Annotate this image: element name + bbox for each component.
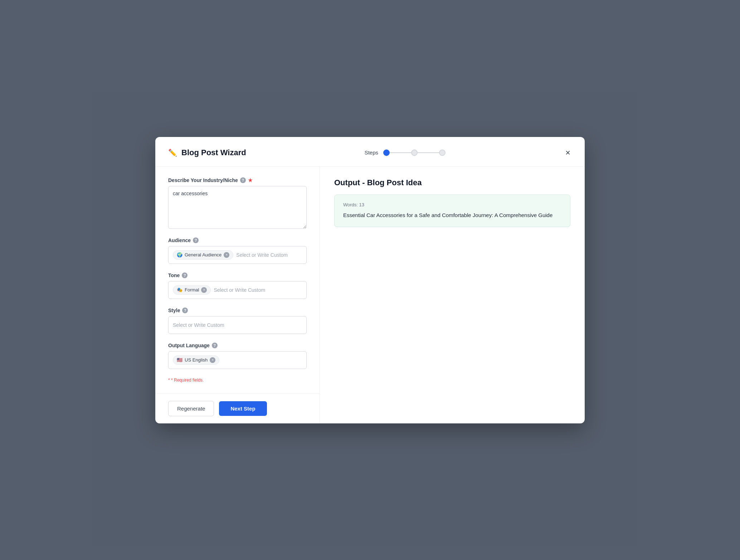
style-label: Style ? <box>168 308 307 313</box>
pencil-icon: ✏️ <box>168 148 177 157</box>
language-help-icon[interactable]: ? <box>212 343 218 348</box>
right-panel: Output - Blog Post Idea Words: 13 Essent… <box>320 167 585 423</box>
audience-tag: 🌍 General Audience × <box>173 250 233 260</box>
required-note: * * Required fields. <box>168 378 307 383</box>
tone-tag-input[interactable]: 🎭 Formal × Select or Write Custom <box>168 281 307 299</box>
left-panel: Describe Your Industry/Niche ? ★ car acc… <box>155 167 320 423</box>
audience-tag-emoji: 🌍 <box>177 252 182 257</box>
tone-label: Tone ? <box>168 272 307 278</box>
steps-label: Steps <box>365 149 378 156</box>
output-card: Words: 13 Essential Car Accessories for … <box>334 195 570 227</box>
language-tag-text: US English <box>185 357 208 363</box>
step-line-2 <box>418 152 439 153</box>
modal-title: Blog Post Wizard <box>181 148 246 157</box>
modal-footer: Regenerate Next Step <box>155 393 320 423</box>
audience-help-icon[interactable]: ? <box>193 237 199 243</box>
close-button[interactable]: × <box>564 147 572 158</box>
left-panel-scroll: Describe Your Industry/Niche ? ★ car acc… <box>155 167 320 393</box>
tone-tag: 🎭 Formal × <box>173 285 211 295</box>
language-tag-remove[interactable]: × <box>210 357 215 363</box>
modal-body: Describe Your Industry/Niche ? ★ car acc… <box>155 167 585 423</box>
style-field-group: Style ? Select or Write Custom <box>168 308 307 334</box>
words-count: Words: 13 <box>343 202 561 207</box>
tone-tag-emoji: 🎭 <box>177 287 182 293</box>
steps-track <box>383 149 446 156</box>
step-1-dot <box>383 149 390 156</box>
tone-tag-remove[interactable]: × <box>201 287 207 293</box>
audience-tag-remove[interactable]: × <box>224 252 229 258</box>
modal-header: ✏️ Blog Post Wizard Steps × <box>155 137 585 167</box>
language-field-group: Output Language ? 🇺🇸 US English × <box>168 343 307 369</box>
step-line-1 <box>390 152 411 153</box>
step-2-dot <box>411 149 418 156</box>
next-step-button[interactable]: Next Step <box>219 401 267 416</box>
output-text: Essential Car Accessories for a Safe and… <box>343 211 561 220</box>
backdrop: ✏️ Blog Post Wizard Steps × <box>0 0 740 560</box>
audience-tag-input[interactable]: 🌍 General Audience × Select or Write Cus… <box>168 246 307 264</box>
audience-placeholder: Select or Write Custom <box>236 252 288 258</box>
style-help-icon[interactable]: ? <box>182 308 188 313</box>
tone-tag-text: Formal <box>185 287 199 293</box>
language-tag-input[interactable]: 🇺🇸 US English × <box>168 351 307 369</box>
steps-group: Steps <box>365 149 446 156</box>
language-tag: 🇺🇸 US English × <box>173 355 219 365</box>
modal-container: ✏️ Blog Post Wizard Steps × <box>155 137 585 423</box>
output-title: Output - Blog Post Idea <box>334 178 570 187</box>
step-3-dot <box>439 149 446 156</box>
tone-field-group: Tone ? 🎭 Formal × Select or Write Custom <box>168 272 307 299</box>
style-placeholder: Select or Write Custom <box>173 322 224 328</box>
audience-tag-text: General Audience <box>185 252 221 257</box>
niche-field-group: Describe Your Industry/Niche ? ★ car acc… <box>168 177 307 229</box>
language-tag-emoji: 🇺🇸 <box>177 357 182 363</box>
tone-placeholder: Select or Write Custom <box>214 287 265 293</box>
audience-field-group: Audience ? 🌍 General Audience × Select o… <box>168 237 307 264</box>
title-group: ✏️ Blog Post Wizard <box>168 148 246 157</box>
audience-label: Audience ? <box>168 237 307 243</box>
language-label: Output Language ? <box>168 343 307 348</box>
niche-label: Describe Your Industry/Niche ? ★ <box>168 177 307 183</box>
tone-help-icon[interactable]: ? <box>182 272 188 278</box>
niche-textarea[interactable]: car accessories <box>168 186 307 229</box>
regenerate-button[interactable]: Regenerate <box>168 401 214 416</box>
niche-help-icon[interactable]: ? <box>240 177 246 183</box>
style-tag-input[interactable]: Select or Write Custom <box>168 316 307 334</box>
niche-required-star: ★ <box>248 177 253 183</box>
